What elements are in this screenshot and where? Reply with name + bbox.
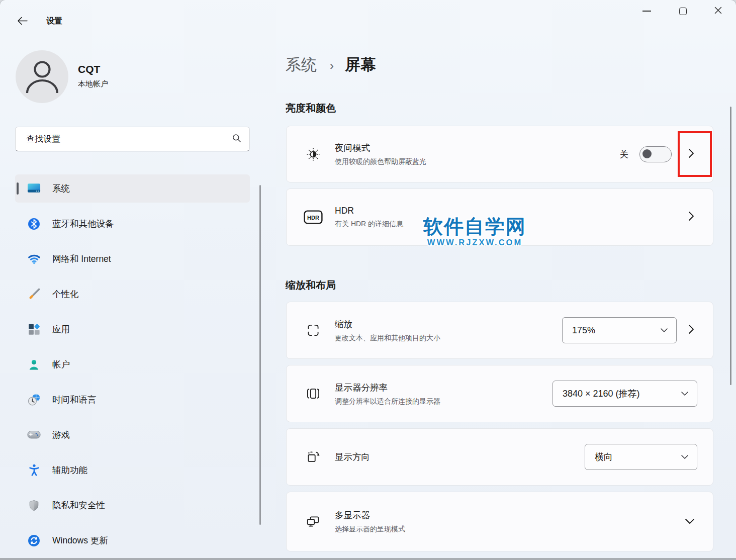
orientation-value: 横向 <box>595 451 681 463</box>
svg-text:HDR: HDR <box>307 215 319 221</box>
system-icon <box>27 182 41 196</box>
sidebar-item-label: 蓝牙和其他设备 <box>52 218 114 230</box>
multi-display-card[interactable]: 多显示器 选择显示器的呈现模式 <box>286 492 713 551</box>
user-account-type: 本地帐户 <box>78 79 108 89</box>
sidebar-item-windows-update[interactable]: Windows 更新 <box>15 526 250 554</box>
chevron-right-icon <box>688 324 695 337</box>
chevron-down-icon <box>660 326 668 335</box>
breadcrumb: 系统 › 屏幕 <box>286 54 376 75</box>
night-light-icon <box>304 146 323 163</box>
sidebar-item-accessibility[interactable]: 辅助功能 <box>15 456 250 484</box>
gaming-icon <box>27 428 41 442</box>
minimize-icon <box>642 11 651 12</box>
minimize-button[interactable] <box>630 0 663 22</box>
resolution-value: 3840 × 2160 (推荐) <box>563 388 681 400</box>
apps-icon <box>27 323 41 336</box>
page-title: 屏幕 <box>345 54 376 75</box>
multi-display-subtitle: 选择显示器的呈现模式 <box>335 525 405 534</box>
orientation-icon <box>304 449 323 465</box>
sidebar-item-time-language[interactable]: 时间和语言 <box>15 386 250 414</box>
close-button[interactable] <box>702 0 734 22</box>
sidebar-item-label: 游戏 <box>52 429 70 441</box>
breadcrumb-parent[interactable]: 系统 <box>286 54 317 75</box>
sidebar-item-label: 辅助功能 <box>52 464 87 476</box>
chevron-down-icon <box>685 517 695 526</box>
sidebar-item-gaming[interactable]: 游戏 <box>15 421 250 449</box>
multi-display-icon <box>304 514 323 530</box>
search-icon[interactable] <box>232 134 241 145</box>
sidebar-item-apps[interactable]: 应用 <box>15 315 250 343</box>
app-title: 设置 <box>46 16 62 27</box>
night-light-toggle-state-label: 关 <box>620 148 629 160</box>
sidebar-scrollbar[interactable] <box>259 185 261 525</box>
chevron-down-icon <box>681 452 689 461</box>
sidebar-item-label: 隐私和安全性 <box>52 499 105 511</box>
maximize-icon <box>679 8 687 15</box>
orientation-card: 显示方向 横向 <box>286 428 713 486</box>
highlight-annotation-box <box>678 131 712 177</box>
night-light-card[interactable]: 夜间模式 使用较暖的颜色帮助屏蔽蓝光 关 <box>286 126 713 182</box>
sidebar-item-label: 网络和 Internet <box>52 253 111 265</box>
accounts-icon <box>27 358 41 371</box>
section-heading-brightness: 亮度和颜色 <box>286 102 336 115</box>
watermark-url: WWW.RJZXW.COM <box>423 238 526 247</box>
resolution-dropdown[interactable]: 3840 × 2160 (推荐) <box>553 381 697 407</box>
selected-indicator <box>17 182 19 195</box>
person-icon <box>25 57 60 97</box>
user-name: CQT <box>78 63 100 75</box>
toggle-knob <box>642 149 652 158</box>
resolution-icon <box>304 386 323 402</box>
night-light-title: 夜间模式 <box>335 142 426 154</box>
bluetooth-icon <box>27 217 41 231</box>
scale-value: 175% <box>572 325 660 336</box>
sidebar: 系统 蓝牙和其他设备 网络和 Internet 个性化 应用 <box>15 174 250 560</box>
sidebar-item-bluetooth[interactable]: 蓝牙和其他设备 <box>15 210 250 238</box>
personalization-icon <box>27 288 41 301</box>
sidebar-item-system[interactable]: 系统 <box>15 174 250 203</box>
resolution-card: 显示器分辨率 调整分辨率以适合所连接的显示器 3840 × 2160 (推荐) <box>286 365 713 422</box>
privacy-shield-icon <box>27 499 41 512</box>
sidebar-item-personalization[interactable]: 个性化 <box>15 280 250 308</box>
sidebar-item-accounts[interactable]: 帐户 <box>15 350 250 379</box>
hdr-chevron[interactable] <box>688 211 695 224</box>
chevron-right-icon <box>688 211 695 224</box>
windows-update-icon <box>27 534 41 547</box>
section-heading-layout: 缩放和布局 <box>286 278 336 292</box>
night-light-subtitle: 使用较暖的颜色帮助屏蔽蓝光 <box>335 157 426 166</box>
search-box[interactable] <box>15 127 250 151</box>
close-icon <box>714 7 722 16</box>
main-scrollbar[interactable] <box>730 107 731 385</box>
chevron-down-icon <box>681 389 689 398</box>
accessibility-icon <box>27 463 41 477</box>
breadcrumb-separator-icon: › <box>330 57 334 73</box>
night-light-toggle[interactable] <box>639 146 672 162</box>
orientation-dropdown[interactable]: 横向 <box>585 444 697 470</box>
sidebar-item-label: Windows 更新 <box>52 534 108 546</box>
sidebar-item-label: 应用 <box>52 323 70 335</box>
sidebar-item-network[interactable]: 网络和 Internet <box>15 245 250 273</box>
sidebar-item-privacy[interactable]: 隐私和安全性 <box>15 491 250 519</box>
network-icon <box>27 252 41 266</box>
scale-title: 缩放 <box>335 318 440 330</box>
sidebar-item-label: 帐户 <box>52 358 70 370</box>
sidebar-item-label: 时间和语言 <box>52 394 97 406</box>
search-input[interactable] <box>25 134 232 145</box>
multi-display-title: 多显示器 <box>335 509 405 521</box>
watermark: 软件自学网 WWW.RJZXW.COM <box>423 217 526 247</box>
time-language-icon <box>27 393 41 407</box>
scale-chevron[interactable] <box>688 324 695 337</box>
scale-card: 缩放 更改文本、应用和其他项目的大小 175% <box>286 302 713 359</box>
back-button[interactable] <box>13 13 31 30</box>
maximize-button[interactable] <box>667 0 699 22</box>
watermark-title: 软件自学网 <box>423 217 526 236</box>
hdr-title: HDR <box>335 206 403 216</box>
avatar[interactable] <box>16 50 68 103</box>
settings-window: 设置 CQT 本地帐户 系统 蓝牙和 <box>0 0 736 560</box>
resolution-subtitle: 调整分辨率以适合所连接的显示器 <box>335 397 440 406</box>
scale-icon <box>304 322 323 338</box>
hdr-icon: HDR <box>304 210 323 224</box>
resolution-title: 显示器分辨率 <box>335 382 440 394</box>
hdr-subtitle: 有关 HDR 的详细信息 <box>335 220 403 229</box>
scale-dropdown[interactable]: 175% <box>562 317 677 343</box>
multi-display-expander[interactable] <box>685 517 695 526</box>
